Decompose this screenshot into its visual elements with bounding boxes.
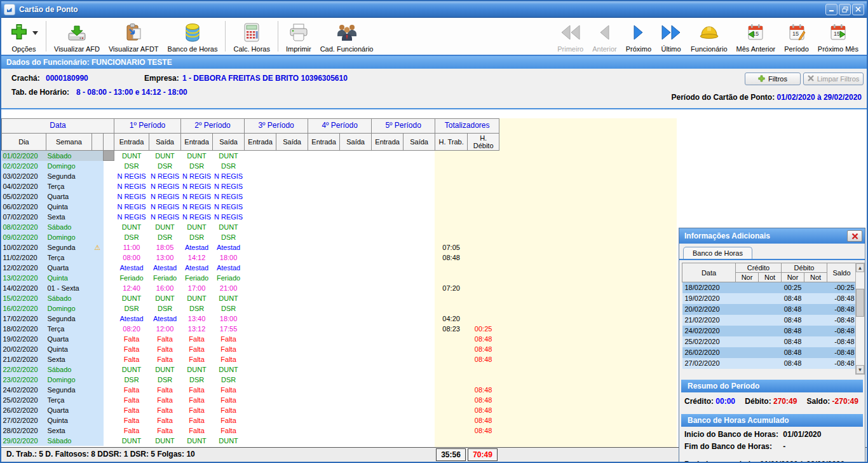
- calc-hours-button[interactable]: Calc. Horas: [229, 18, 274, 54]
- minimize-button[interactable]: [825, 4, 837, 15]
- prev-month-button[interactable]: 15 Mês Anterior: [732, 18, 780, 54]
- timecard-row[interactable]: 08/02/2020SábadoDUNTDUNTDUNTDUNT: [2, 222, 499, 232]
- cell: Falta: [181, 405, 213, 415]
- cell: [403, 364, 435, 375]
- cell: [372, 354, 403, 364]
- timecard-row[interactable]: 10/02/2020Segunda⚠11:0018:05AtestadAtest…: [2, 242, 499, 252]
- timecard-row[interactable]: 23/02/2020DomingoDSRDSRDSRDSR: [2, 375, 499, 385]
- panel-close-button[interactable]: [847, 230, 862, 242]
- timecard-row[interactable]: 09/02/2020DomingoDSRDSRDSRDSR: [2, 232, 499, 242]
- timecard-row[interactable]: 27/02/2020QuintaFaltaFaltaFaltaFalta08:4…: [2, 415, 499, 425]
- cell: [276, 222, 308, 232]
- timecard-row[interactable]: 14/02/202001 - Sexta12:4016:0017:0021:00…: [2, 283, 499, 293]
- next-month-button[interactable]: 15 Próximo Mês: [813, 18, 863, 54]
- bank-row[interactable]: 26/02/202008:48-08:48: [682, 347, 857, 358]
- timecard-row[interactable]: 07/02/2020SextaN REGISN REGISN REGISN RE…: [2, 212, 499, 222]
- cell: [104, 232, 114, 242]
- timecard-row[interactable]: 22/02/2020SábadoDUNTDUNTDUNTDUNT: [2, 364, 499, 375]
- cell: N REGIS: [181, 171, 213, 181]
- cell: [435, 202, 468, 212]
- timecard-row[interactable]: 18/02/2020Terça08:2012:0013:1217:5508:23…: [2, 324, 499, 334]
- cell: [372, 273, 403, 283]
- cell: [435, 344, 468, 354]
- cell: [245, 191, 276, 202]
- bank-row[interactable]: 18/02/202000:25-00:25: [682, 282, 857, 293]
- options-dropdown-icon[interactable]: [32, 29, 38, 36]
- bank-row[interactable]: 20/02/202008:48-08:48: [682, 304, 857, 315]
- bank-hours-button[interactable]: Banco de Horas: [163, 18, 222, 54]
- cell: [276, 436, 308, 446]
- timecard-row[interactable]: 20/02/2020QuintaFaltaFaltaFaltaFalta08:4…: [2, 344, 499, 354]
- scroll-down-icon[interactable]: ▼: [856, 365, 864, 374]
- bank-row[interactable]: 24/02/202008:48-08:48: [682, 326, 857, 336]
- view-afd-button[interactable]: Visualizar AFD: [50, 18, 104, 54]
- timecard-row[interactable]: 29/02/2020SábadoDUNTDUNTDUNTDUNT: [2, 436, 499, 446]
- timecard-row[interactable]: 06/02/2020QuintaN REGISN REGISN REGISN R…: [2, 202, 499, 212]
- bank-row[interactable]: 21/02/202008:48-08:48: [682, 315, 857, 326]
- bank-row[interactable]: 27/02/202008:48-08:48: [682, 358, 857, 369]
- cell: 17:00: [181, 283, 213, 293]
- bank-scrollbar[interactable]: ▲ ▼: [855, 263, 865, 375]
- bank-row[interactable]: 25/02/202008:48-08:48: [682, 336, 857, 347]
- options-button[interactable]: Opções: [5, 18, 43, 54]
- period-button[interactable]: 15 Período: [780, 18, 813, 54]
- cell: DUNT: [149, 436, 181, 446]
- cell: [104, 283, 114, 293]
- panel-header: Informações Adicionais: [679, 228, 865, 244]
- timecard-row[interactable]: 03/02/2020SegundaN REGISN REGISN REGISN …: [2, 171, 499, 181]
- additional-info-panel: Informações Adicionais Banco de Horas Da…: [679, 228, 865, 463]
- employee-button[interactable]: Funcionário: [686, 18, 731, 54]
- cell: [403, 385, 435, 395]
- cell: [435, 171, 468, 181]
- clear-filters-button[interactable]: Limpar Filtros: [803, 73, 864, 85]
- cell: [340, 293, 372, 303]
- timecard-row[interactable]: 01/02/2020SábadoDUNTDUNTDUNTDUNT: [2, 151, 499, 161]
- timecard-row[interactable]: 19/02/2020QuartaFaltaFaltaFaltaFalta08:4…: [2, 334, 499, 344]
- print-button[interactable]: Imprimir: [281, 18, 316, 54]
- timecard-row[interactable]: 17/02/2020SegundaAtestadAtestad13:4018:0…: [2, 314, 499, 324]
- filters-button[interactable]: Filtros: [745, 73, 801, 85]
- cell: Atestad: [181, 263, 213, 273]
- cell: DSR: [213, 375, 245, 385]
- next-button[interactable]: Próximo: [621, 18, 656, 54]
- timecard-row[interactable]: 21/02/2020SextaFaltaFaltaFaltaFalta08:48: [2, 354, 499, 364]
- cell: [92, 171, 104, 181]
- timecard-row[interactable]: 26/02/2020QuartaFaltaFaltaFaltaFalta08:4…: [2, 405, 499, 415]
- timecard-row[interactable]: 13/02/2020QuintaFeriadoFeriadoFeriadoFer…: [2, 273, 499, 283]
- timecard-row[interactable]: 28/02/2020SextaFaltaFaltaFaltaFalta08:48: [2, 425, 499, 436]
- cell: Falta: [181, 354, 213, 364]
- cell: DUNT: [149, 364, 181, 375]
- timecard-row[interactable]: 11/02/2020Terça08:0013:0014:1218:0008:48: [2, 252, 499, 263]
- cell: N REGIS: [213, 202, 245, 212]
- first-button[interactable]: Primeiro: [553, 18, 588, 54]
- timecard-row[interactable]: 24/02/2020SegundaFaltaFaltaFaltaFalta08:…: [2, 385, 499, 395]
- cell: Sexta: [46, 425, 92, 436]
- restore-button[interactable]: [839, 4, 851, 15]
- timecard-row[interactable]: 16/02/2020DomingoDSRDSRDSRDSR: [2, 303, 499, 314]
- cell: 12:00: [149, 324, 181, 334]
- cell: [308, 242, 340, 252]
- close-button[interactable]: [852, 4, 864, 15]
- previous-icon: [598, 22, 611, 43]
- scroll-up-icon[interactable]: ▲: [856, 263, 864, 272]
- timecard-row[interactable]: 25/02/2020TerçaFaltaFaltaFaltaFalta08:48: [2, 395, 499, 405]
- timecard-row[interactable]: 12/02/2020QuartaAtestadAtestadAtestadAte…: [2, 263, 499, 273]
- bank-row[interactable]: 19/02/202008:48-08:48: [682, 293, 857, 304]
- tab-banco-de-horas[interactable]: Banco de Horas: [683, 247, 752, 259]
- last-button[interactable]: Último: [656, 18, 686, 54]
- timecard-row[interactable]: 05/02/2020QuartaN REGISN REGISN REGISN R…: [2, 191, 499, 202]
- previous-button[interactable]: Anterior: [588, 18, 621, 54]
- timecard-row[interactable]: 04/02/2020TerçaN REGISN REGISN REGISN RE…: [2, 181, 499, 191]
- cell: 17:55: [213, 324, 245, 334]
- timecard-row[interactable]: 15/02/2020SábadoDUNTDUNTDUNTDUNT: [2, 293, 499, 303]
- bank-start-row: Inicio do Banco de Horas: 01/01/2020: [679, 427, 865, 439]
- employee-register-button[interactable]: Cad. Funcionário: [316, 18, 378, 54]
- cell: [276, 375, 308, 385]
- timecard-row[interactable]: 02/02/2020DomingoDSRDSRDSRDSR: [2, 161, 499, 171]
- view-afdt-button[interactable]: Visualizar AFDT: [104, 18, 163, 54]
- employee-info-area: Crachá: 0000180990 Empresa: 1 - DEBORA F…: [1, 69, 867, 109]
- cell: [308, 436, 340, 446]
- scroll-thumb[interactable]: [856, 289, 864, 317]
- cell: [104, 151, 114, 161]
- cell: [308, 354, 340, 364]
